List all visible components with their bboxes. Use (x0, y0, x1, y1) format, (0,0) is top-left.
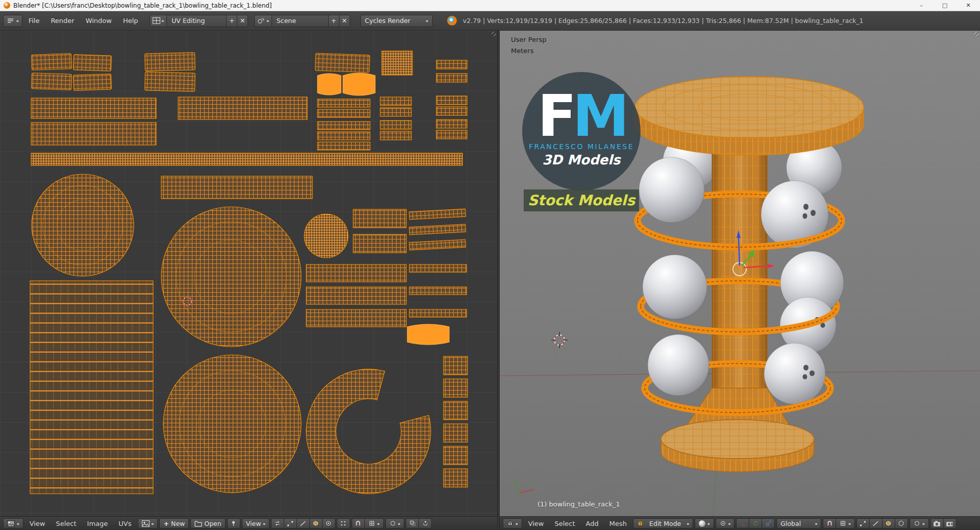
mini-axis-gizmo (515, 480, 533, 493)
open-image-button[interactable]: Open (190, 518, 225, 528)
uv-draw-group (406, 518, 432, 528)
edge-select-button[interactable] (869, 518, 883, 528)
menu-view[interactable]: View (524, 520, 549, 527)
uv-sync-select-button[interactable] (271, 518, 284, 528)
editor-type-button-info[interactable] (3, 15, 22, 27)
mode-value: Edit Mode (649, 520, 681, 527)
updown-arrows-icon (516, 523, 518, 524)
render-opengl-anim-button[interactable] (943, 518, 957, 528)
uv-draw-modified-button[interactable] (419, 518, 432, 528)
uv-island-select-button[interactable] (322, 518, 335, 528)
proportional-edit-button[interactable] (910, 518, 929, 528)
uv-canvas[interactable] (0, 31, 497, 516)
uv-face-select-button[interactable] (309, 518, 323, 528)
snap-toggle-button[interactable] (823, 518, 836, 528)
blender-window: Blender* [C:\Users\franc\Desktop\bowling… (0, 0, 980, 530)
menu-mesh[interactable]: Mesh (605, 520, 631, 527)
manipulator-group (736, 518, 775, 528)
updown-arrows-icon (426, 20, 428, 21)
maximize-button[interactable]: □ (933, 0, 957, 11)
menu-window[interactable]: Window (81, 17, 117, 25)
updown-arrows-icon (815, 523, 818, 524)
vertex-select-button[interactable] (856, 518, 870, 528)
menu-help[interactable]: Help (118, 17, 143, 25)
blender-logo-icon (447, 16, 457, 26)
viewport-shading-button[interactable] (695, 518, 714, 528)
viewport-3d[interactable]: User Persp Meters FM FRANCESCO MILANESE … (500, 31, 980, 516)
updown-arrows-icon (728, 523, 731, 524)
cursor-3d[interactable] (551, 332, 568, 348)
transform-orientation-select[interactable]: Global (776, 518, 821, 528)
scene-unlink-button[interactable]: ✕ (339, 15, 350, 27)
face-select-button[interactable] (882, 518, 895, 528)
manipulator-scale-button[interactable] (762, 518, 775, 528)
magnet-icon (355, 520, 361, 526)
edge-select-icon (300, 520, 306, 526)
uv-edge-select-button[interactable] (297, 518, 310, 528)
updown-arrows-icon (687, 523, 689, 524)
layout-unlink-button[interactable]: ✕ (237, 15, 248, 27)
uv-vertex-select-button[interactable] (284, 518, 297, 528)
close-button[interactable]: ✕ (957, 0, 980, 11)
proportional-edit-button[interactable] (385, 518, 405, 528)
sticky-select-button[interactable] (337, 518, 350, 528)
layout-name-field[interactable]: UV Editing (166, 15, 227, 27)
scene-browse-button[interactable] (254, 15, 272, 27)
camera-film-icon (946, 520, 953, 527)
snap-toggle-button[interactable] (352, 518, 365, 528)
snap-increment-icon (369, 520, 375, 526)
snap-group (823, 518, 855, 528)
scale-icon (765, 520, 772, 526)
sticky-select-icon (340, 520, 347, 526)
fm-subtitle: 3D Models (542, 152, 620, 167)
updown-arrows-icon (162, 20, 164, 21)
new-image-button[interactable]: New (159, 518, 189, 528)
snap-element-button[interactable] (364, 518, 384, 528)
uv-image-editor[interactable] (0, 31, 497, 516)
snap-group (352, 518, 384, 528)
mode-select[interactable]: Edit Mode (633, 518, 693, 528)
scene-name-field[interactable]: Scene (272, 15, 329, 27)
viewport-footer: View Select Add Mesh Edit Mode (500, 516, 980, 530)
render-opengl-button[interactable] (930, 518, 944, 528)
view-name-label: User Persp (511, 36, 547, 43)
units-label: Meters (511, 47, 533, 55)
updown-arrows-icon (377, 523, 380, 524)
updown-arrows-icon (848, 523, 851, 524)
minimize-button[interactable]: – (910, 0, 933, 11)
menu-uvs[interactable]: UVs (114, 520, 136, 527)
pivot-center-button[interactable] (716, 518, 735, 528)
menu-select[interactable]: Select (550, 520, 579, 527)
menu-file[interactable]: File (23, 17, 45, 25)
manipulator-rotate-button[interactable] (749, 518, 762, 528)
mesh-select-mode-group (856, 518, 908, 528)
uv-draw-other-objects-button[interactable] (406, 518, 419, 528)
render-engine-select[interactable]: Cycles Render (360, 15, 433, 27)
bowling-rack-model[interactable] (635, 77, 864, 472)
menu-add[interactable]: Add (581, 520, 603, 527)
image-icon (142, 520, 150, 527)
editor-type-button[interactable] (3, 518, 23, 528)
scene-add-button[interactable]: + (328, 15, 339, 27)
uv-islands[interactable] (30, 51, 468, 494)
updown-arrows-icon (707, 523, 710, 524)
manipulator-translate-button[interactable] (736, 518, 749, 528)
layout-browse-button[interactable] (150, 15, 167, 27)
edge-select-icon (872, 520, 879, 526)
snap-element-button[interactable] (836, 518, 855, 528)
uv-select-mode-group (271, 518, 335, 528)
updown-arrows-icon (266, 20, 269, 21)
editor-type-button[interactable] (503, 518, 522, 528)
occlude-geometry-button[interactable] (895, 518, 908, 528)
image-browse-button[interactable] (138, 518, 158, 528)
menu-image[interactable]: Image (83, 520, 113, 527)
layout-add-button[interactable]: + (226, 15, 237, 27)
menu-view[interactable]: View (25, 520, 50, 527)
pin-button[interactable] (227, 518, 240, 528)
menu-render[interactable]: Render (45, 17, 79, 25)
display-channels-button[interactable]: View (242, 518, 270, 528)
updown-arrows-icon (263, 523, 265, 524)
menu-select[interactable]: Select (51, 520, 81, 527)
fm-author-name: FRANCESCO MILANESE (529, 142, 634, 151)
proportional-icon (389, 520, 396, 526)
